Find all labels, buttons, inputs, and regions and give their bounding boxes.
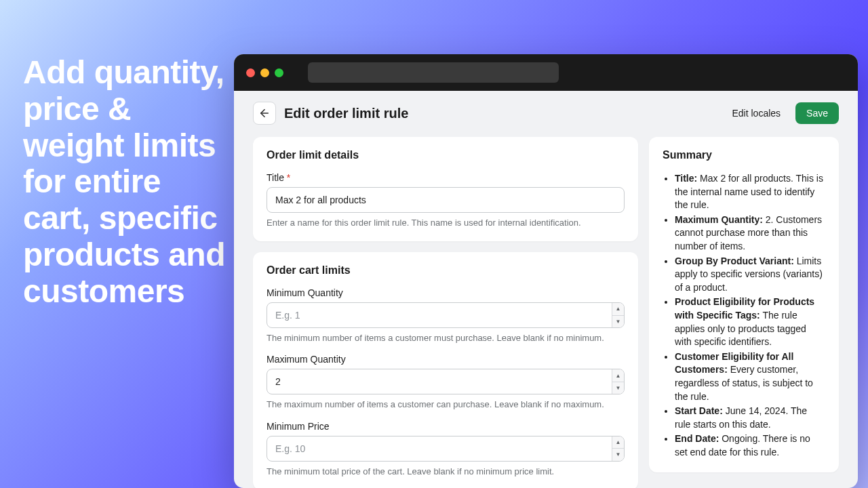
url-bar[interactable] <box>308 62 559 83</box>
edit-locales-button[interactable]: Edit locales <box>725 102 787 124</box>
summary-item: Group By Product Variant: Limits apply t… <box>675 255 825 295</box>
step-down-icon[interactable]: ▼ <box>612 449 624 461</box>
min-qty-input[interactable] <box>267 302 625 328</box>
step-up-icon[interactable]: ▲ <box>612 369 624 382</box>
save-button[interactable]: Save <box>795 102 839 124</box>
min-price-label: Minimum Price <box>267 421 625 432</box>
summary-item: Maximum Quantity: 2. Customers cannot pu… <box>675 214 825 253</box>
page-title: Edit order limit rule <box>284 106 717 121</box>
order-cart-limits-card: Order cart limits Minimum Quantity ▲ ▼ T… <box>253 252 638 488</box>
order-limit-details-card: Order limit details Title * Enter a name… <box>253 137 638 241</box>
step-down-icon[interactable]: ▼ <box>612 316 624 328</box>
max-qty-label: Maximum Quantity <box>267 354 625 365</box>
quantity-stepper[interactable]: ▲ ▼ <box>612 303 624 327</box>
window-close-dot[interactable] <box>246 68 255 77</box>
card-title: Summary <box>663 149 825 161</box>
quantity-stepper[interactable]: ▲ ▼ <box>612 369 624 394</box>
summary-list: Title: Max 2 for all products. This is t… <box>663 172 825 459</box>
title-help-text: Enter a name for this order limit rule. … <box>267 217 625 229</box>
step-down-icon[interactable]: ▼ <box>612 382 624 394</box>
summary-item: Customer Eligibility for All Customers: … <box>675 350 825 403</box>
card-title: Order cart limits <box>267 264 625 277</box>
min-price-help-text: The minimum total price of the cart. Lea… <box>267 466 625 478</box>
summary-item: Title: Max 2 for all products. This is t… <box>675 172 825 212</box>
price-stepper[interactable]: ▲ ▼ <box>612 436 624 461</box>
back-button[interactable] <box>253 102 276 125</box>
window-maximize-dot[interactable] <box>275 68 283 77</box>
summary-item: End Date: Ongoing. There is no set end d… <box>675 432 825 459</box>
arrow-left-icon <box>258 107 271 119</box>
marketing-headline: Add quantity, price & weight limits for … <box>23 54 226 309</box>
min-price-input[interactable] <box>267 436 625 462</box>
browser-window: Edit order limit rule Edit locales Save … <box>234 54 858 488</box>
title-input[interactable] <box>267 187 625 213</box>
window-minimize-dot[interactable] <box>260 68 269 77</box>
summary-card: Summary Title: Max 2 for all products. T… <box>649 137 839 472</box>
page-header: Edit order limit rule Edit locales Save <box>253 102 839 125</box>
app-content: Edit order limit rule Edit locales Save … <box>234 91 858 488</box>
required-asterisk: * <box>287 172 290 183</box>
summary-item: Product Eligibility for Products with Sp… <box>675 296 825 348</box>
step-up-icon[interactable]: ▲ <box>612 436 624 449</box>
title-label: Title * <box>267 172 625 183</box>
max-qty-help-text: The maximum number of items a customer c… <box>267 399 625 411</box>
min-qty-help-text: The minimum number of items a customer m… <box>267 332 625 344</box>
max-qty-input[interactable] <box>267 369 625 394</box>
step-up-icon[interactable]: ▲ <box>612 303 624 316</box>
min-qty-label: Minimum Quantity <box>267 287 625 298</box>
card-title: Order limit details <box>267 149 625 161</box>
browser-chrome <box>234 54 858 91</box>
summary-item: Start Date: June 14, 2024. The rule star… <box>675 405 825 431</box>
